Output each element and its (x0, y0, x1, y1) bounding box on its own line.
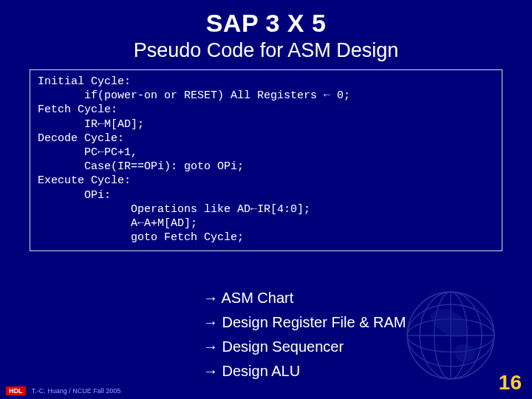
globe-icon (399, 284, 502, 387)
code-line: Decode Cycle: (38, 132, 124, 145)
code-line: PC←PC+1, (38, 146, 137, 159)
svg-point-2 (407, 304, 494, 366)
bullet-item: → ASM Chart (203, 290, 406, 307)
code-line: Fetch Cycle: (38, 103, 117, 116)
code-line: A←A+M[AD]; (38, 217, 197, 230)
bullet-list: → ASM Chart → Design Register File & RAM… (203, 290, 406, 387)
code-line: Execute Cycle: (38, 174, 131, 187)
slide-subtitle: Pseudo Code for ASM Design (0, 38, 532, 68)
svg-point-4 (420, 292, 482, 379)
bullet-item: → Design Sequencer (203, 338, 406, 355)
code-line: Initial Cycle: (38, 75, 131, 88)
pseudocode-box: Initial Cycle: if(power-on or RESET) All… (30, 69, 502, 251)
code-line: Case(IR==OPi): goto OPi; (38, 160, 244, 173)
code-line: goto Fetch Cycle; (38, 231, 244, 244)
code-line: if(power-on or RESET) All Registers ← 0; (38, 89, 350, 102)
svg-point-1 (407, 319, 494, 352)
code-line: OPi: (38, 189, 111, 202)
code-line: IR←M[AD]; (38, 118, 144, 131)
credit-text: T.-C. Huang / NCUE Fall 2005 (32, 387, 121, 395)
code-line: Operations like AD←IR[4:0]; (38, 203, 310, 216)
footer-credit: HDL T.-C. Huang / NCUE Fall 2005 (6, 387, 120, 395)
bullet-item: → Design Register File & RAM (203, 314, 406, 331)
slide-title: SAP 3 X 5 (0, 0, 532, 38)
svg-point-3 (434, 292, 468, 379)
bullet-item: → Design ALU (203, 363, 406, 380)
page-number: 16 (499, 371, 522, 395)
svg-point-0 (407, 292, 494, 379)
hdl-badge: HDL (6, 386, 26, 395)
